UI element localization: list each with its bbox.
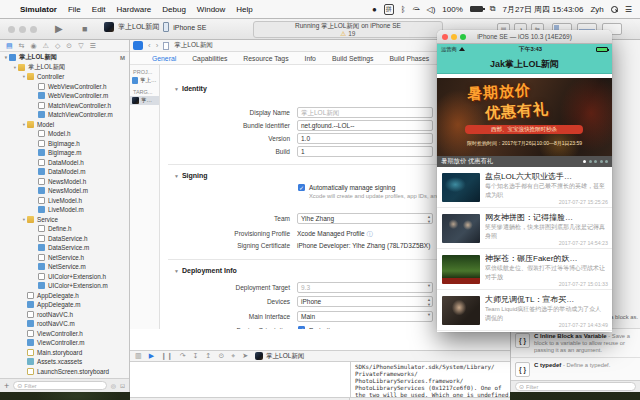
portrait-checkbox[interactable]: ✓ — [298, 326, 305, 329]
scheme-app-name[interactable]: 掌上LOL新闻 — [118, 22, 159, 32]
main-interface-combo[interactable]: Main▼ — [297, 311, 433, 322]
deployment-section-header[interactable]: ▼Deployment Info — [174, 267, 237, 274]
file-row[interactable]: NewsModel.h — [0, 177, 129, 187]
file-row[interactable]: DataService.h — [0, 234, 129, 244]
file-row[interactable]: ViewController.h — [0, 329, 129, 339]
file-row[interactable]: NewsModel.m — [0, 186, 129, 196]
breakpoints-icon[interactable]: ▽ — [78, 42, 83, 50]
file-row[interactable]: ▾ Model — [0, 120, 129, 130]
file-row[interactable]: UIColor+Extension.m — [0, 281, 129, 291]
file-row[interactable]: NetService.h — [0, 253, 129, 263]
news-item[interactable]: 大师兄调侃TL：宣布买… Team Liquid疯狂签约选手的举动成为了众人调侃… — [437, 290, 612, 331]
file-row[interactable]: ▾ 掌上LOL新闻 — [0, 63, 129, 73]
menu-item[interactable]: Debug — [162, 5, 186, 14]
news-item[interactable]: 盘点LOL六大职业选手… 每个知名选手都有自己最不擅长的英雄，甚至成为职 201… — [437, 167, 612, 208]
add-file-button[interactable]: + — [4, 381, 9, 391]
back-button[interactable]: ‹ — [148, 41, 151, 50]
continue-icon[interactable]: ▶ — [149, 352, 154, 360]
minimize-button[interactable] — [19, 26, 26, 33]
close-button[interactable] — [442, 34, 448, 40]
deployment-target-combo[interactable]: 9.3▼ — [297, 282, 433, 293]
file-row[interactable]: rootNavVC.h — [0, 310, 129, 320]
team-dropdown[interactable]: Yihe Zhang▲▼ — [297, 213, 433, 224]
menu-item[interactable]: Hardware — [117, 5, 152, 14]
snippet-item[interactable]: { } C Inline Block as Variable - Save a … — [511, 329, 640, 358]
view-debugger-icon[interactable]: ⊙ — [218, 352, 224, 360]
file-row[interactable]: ▾ Controller — [0, 72, 129, 82]
file-row[interactable]: DataService.m — [0, 243, 129, 253]
location-icon[interactable]: ➤ — [242, 352, 248, 360]
display-name-field[interactable]: 掌上LOL新闻 — [297, 107, 433, 118]
version-field[interactable]: 1.0 — [297, 133, 433, 144]
wifi-icon[interactable]: ◠̶ — [413, 5, 420, 14]
run-button[interactable]: ▶ — [55, 23, 63, 34]
issues-icon[interactable]: ⚠ — [43, 42, 49, 50]
file-row[interactable]: BigImage.h — [0, 139, 129, 149]
file-row[interactable]: LaunchScreen.storyboard — [0, 367, 129, 377]
promo-banner[interactable]: 暑期放价 优惠有礼 西部、宝宝浪快抢限时秒杀 限时抢购时间：2017年7月26日… — [437, 78, 612, 156]
identity-section-header[interactable]: ▼Identity — [174, 85, 207, 92]
menu-item[interactable]: File — [68, 5, 81, 14]
minimize-button[interactable] — [451, 34, 457, 40]
navigator-filter-field[interactable]: ⊙ Filter — [13, 381, 106, 390]
file-row[interactable]: LiveModel.h — [0, 196, 129, 206]
menu-item[interactable]: Window — [197, 5, 225, 14]
file-row[interactable]: MatchViewController.m — [0, 110, 129, 120]
tests-icon[interactable]: ◇ — [55, 42, 60, 50]
step-over-icon[interactable]: ↷ — [180, 352, 186, 360]
file-row[interactable]: Define.h — [0, 224, 129, 234]
menu-item[interactable]: Edit — [92, 5, 106, 14]
settings-tab[interactable]: Info — [305, 55, 316, 62]
devices-dropdown[interactable]: iPhone▲▼ — [297, 296, 433, 307]
menu-clock[interactable]: 7月27日 周四 15:43:06 — [503, 4, 584, 15]
scheme-device-name[interactable]: iPhone SE — [173, 24, 206, 31]
user-name[interactable]: Zyh — [590, 5, 603, 14]
file-row[interactable]: AppDelegate.h — [0, 291, 129, 301]
recent-files-icon[interactable]: ◎ — [111, 382, 116, 389]
project-item[interactable]: 掌上LOL新闻 — [130, 76, 159, 85]
scm-filter-icon[interactable]: ⊡ — [120, 382, 125, 389]
settings-tab[interactable]: Resource Tags — [243, 55, 288, 62]
settings-tab[interactable]: Capabilities — [192, 55, 227, 62]
file-row[interactable]: NetService.m — [0, 262, 129, 272]
variables-view[interactable] — [130, 362, 350, 397]
battery-icon[interactable] — [470, 6, 483, 12]
bluetooth-icon[interactable]: ᛒ — [401, 5, 406, 14]
bundle-id-field[interactable]: net.gfound.--LOL-- — [297, 120, 433, 131]
stop-button[interactable]: ■ — [82, 24, 87, 34]
scheme-selector[interactable]: 掌上LOL新闻 iPhone SE — [104, 22, 206, 32]
settings-tab[interactable]: General — [152, 55, 176, 62]
news-item[interactable]: 神探苍：碾压Faker的妖… 双倍续航走位、假装打不过等等博心理战术让对手放 2… — [437, 249, 612, 290]
settings-tab[interactable]: Build Settings — [332, 55, 374, 62]
file-row[interactable]: WebViewController.m — [0, 91, 129, 101]
file-row[interactable]: DataModel.m — [0, 167, 129, 177]
file-row[interactable]: ViewController.m — [0, 338, 129, 348]
step-into-icon[interactable]: ↧ — [193, 352, 199, 360]
close-button[interactable] — [8, 26, 15, 33]
notification-center-icon[interactable]: ☰ — [625, 5, 632, 14]
related-items-icon[interactable] — [133, 41, 143, 50]
file-row[interactable]: DataModel.h — [0, 158, 129, 168]
zoom-button[interactable] — [460, 34, 466, 40]
file-row[interactable]: WebViewController.h — [0, 82, 129, 92]
step-out-icon[interactable]: ↥ — [206, 352, 212, 360]
target-item[interactable]: 掌上LOL新闻 — [130, 96, 159, 105]
zoom-button[interactable] — [30, 26, 37, 33]
signing-section-header[interactable]: ▼Signing — [174, 172, 208, 179]
project-navigator-icon[interactable]: ▤ — [6, 42, 13, 50]
console-output[interactable]: SDKs/iPhoneSimulator.sdk/System/Library/… — [350, 362, 510, 397]
settings-tab[interactable]: Build Phases — [389, 55, 429, 62]
file-row[interactable]: Model.h — [0, 129, 129, 139]
file-row[interactable]: ▾ 掌上LOL新闻 M — [0, 53, 129, 63]
siri-icon[interactable]: ● — [372, 5, 377, 14]
debug-gauge-icon[interactable]: ⊙ — [66, 42, 72, 50]
file-row[interactable]: ▾ Service — [0, 215, 129, 225]
reports-icon[interactable]: ☰ — [90, 42, 96, 50]
file-row[interactable]: LiveModel.m — [0, 205, 129, 215]
snippet-filter-field[interactable]: ⊙ Filter — [515, 382, 636, 391]
debug-panes-icon[interactable]: ▥ — [135, 352, 142, 360]
file-row[interactable]: AppDelegate.m — [0, 300, 129, 310]
search-icon[interactable]: ◉ — [31, 42, 37, 50]
display-icon[interactable]: ⧉ — [490, 4, 496, 14]
simulator-title-bar[interactable]: iPhone SE — iOS 10.3 (14E269) — [437, 30, 612, 44]
